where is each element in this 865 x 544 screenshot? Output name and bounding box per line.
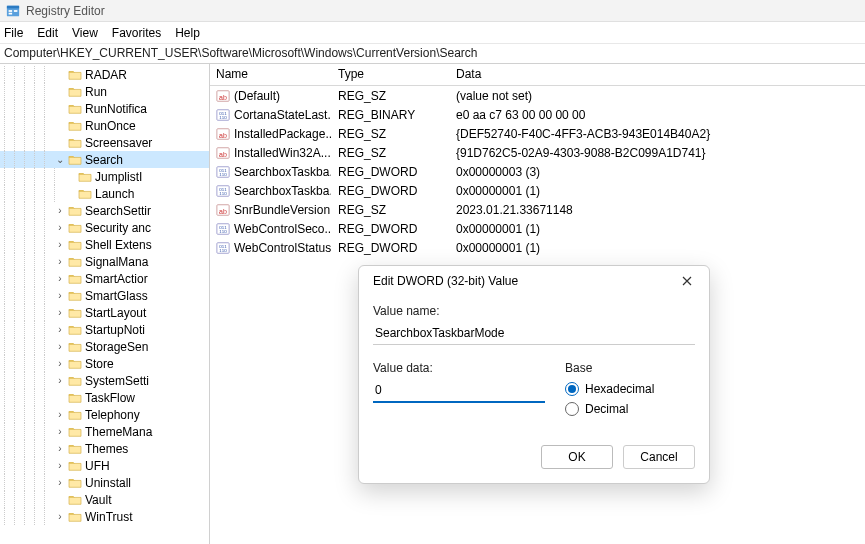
tree-expander-icon[interactable]: ›: [54, 256, 66, 267]
tree-expander-icon[interactable]: ⌄: [54, 154, 66, 165]
radio-hex-label: Hexadecimal: [585, 382, 654, 396]
tree-expander-icon[interactable]: ›: [54, 324, 66, 335]
menu-help[interactable]: Help: [175, 26, 200, 40]
tree-item-label: JumplistI: [95, 170, 142, 184]
tree-expander-icon[interactable]: ›: [54, 239, 66, 250]
svg-rect-2: [9, 10, 13, 12]
tree-expander-icon[interactable]: ›: [54, 358, 66, 369]
tree-item[interactable]: › StartupNoti: [0, 321, 209, 338]
tree-item-label: UFH: [85, 459, 110, 473]
value-name: (Default): [234, 89, 280, 103]
tree-item-label: Screensaver: [85, 136, 152, 150]
menu-view[interactable]: View: [72, 26, 98, 40]
tree-item[interactable]: › StorageSen: [0, 338, 209, 355]
svg-text:ab: ab: [219, 131, 227, 138]
value-type: REG_DWORD: [332, 165, 450, 179]
list-row[interactable]: 011 110 WebControlStatusREG_DWORD0x00000…: [210, 238, 865, 257]
list-header: Name Type Data: [210, 64, 865, 86]
tree-item[interactable]: › StartLayout: [0, 304, 209, 321]
col-header-name[interactable]: Name: [210, 64, 332, 85]
tree-item-label: TaskFlow: [85, 391, 135, 405]
tree-expander-icon[interactable]: ›: [54, 205, 66, 216]
tree-item[interactable]: RunOnce: [0, 117, 209, 134]
col-header-data[interactable]: Data: [450, 64, 865, 85]
svg-text:110: 110: [219, 172, 227, 177]
value-type: REG_BINARY: [332, 108, 450, 122]
radio-decimal[interactable]: Decimal: [565, 399, 695, 419]
tree-item[interactable]: Vault: [0, 491, 209, 508]
tree-expander-icon[interactable]: ›: [54, 443, 66, 454]
tree-item[interactable]: › Store: [0, 355, 209, 372]
tree-item[interactable]: › Uninstall: [0, 474, 209, 491]
tree-item-label: Telephony: [85, 408, 140, 422]
menu-file[interactable]: File: [4, 26, 23, 40]
address-bar[interactable]: Computer\HKEY_CURRENT_USER\Software\Micr…: [0, 44, 865, 64]
tree-item[interactable]: › SmartGlass: [0, 287, 209, 304]
menu-edit[interactable]: Edit: [37, 26, 58, 40]
value-data: 0x00000003 (3): [450, 165, 865, 179]
tree-item[interactable]: JumplistI: [0, 168, 209, 185]
tree-item-label: Launch: [95, 187, 134, 201]
tree-expander-icon[interactable]: ›: [54, 426, 66, 437]
tree-item[interactable]: › Shell Extens: [0, 236, 209, 253]
tree-pane[interactable]: RADAR Run RunNotifica RunOnce Screensave…: [0, 64, 210, 544]
tree-expander-icon[interactable]: ›: [54, 273, 66, 284]
tree-expander-icon[interactable]: ›: [54, 477, 66, 488]
radio-dec-label: Decimal: [585, 402, 628, 416]
tree-item-label: RunOnce: [85, 119, 136, 133]
tree-expander-icon[interactable]: ›: [54, 307, 66, 318]
tree-item[interactable]: › Security anc: [0, 219, 209, 236]
tree-item[interactable]: Run: [0, 83, 209, 100]
tree-item[interactable]: RADAR: [0, 66, 209, 83]
tree-expander-icon[interactable]: ›: [54, 375, 66, 386]
radio-hexadecimal[interactable]: Hexadecimal: [565, 379, 695, 399]
dialog-title: Edit DWORD (32-bit) Value: [373, 274, 518, 288]
tree-item[interactable]: Launch: [0, 185, 209, 202]
tree-item[interactable]: › SearchSettir: [0, 202, 209, 219]
tree-item[interactable]: › WinTrust: [0, 508, 209, 525]
ok-button[interactable]: OK: [541, 445, 613, 469]
cancel-button[interactable]: Cancel: [623, 445, 695, 469]
tree-item[interactable]: › SignalMana: [0, 253, 209, 270]
svg-text:ab: ab: [219, 93, 227, 100]
list-row[interactable]: ab SnrBundleVersionREG_SZ2023.01.21.3367…: [210, 200, 865, 219]
tree-item[interactable]: › ThemeMana: [0, 423, 209, 440]
list-row[interactable]: ab InstalledWin32A...REG_SZ{91D762C5-02A…: [210, 143, 865, 162]
list-row[interactable]: 011 110 SearchboxTaskba...REG_DWORD0x000…: [210, 181, 865, 200]
tree-item-label: SmartActior: [85, 272, 148, 286]
tree-expander-icon[interactable]: ›: [54, 409, 66, 420]
tree-item[interactable]: › UFH: [0, 457, 209, 474]
list-row[interactable]: 011 110 SearchboxTaskba...REG_DWORD0x000…: [210, 162, 865, 181]
tree-item[interactable]: › Telephony: [0, 406, 209, 423]
tree-item[interactable]: › Themes: [0, 440, 209, 457]
tree-item[interactable]: ⌄ Search: [0, 151, 209, 168]
dialog-titlebar[interactable]: Edit DWORD (32-bit) Value: [359, 266, 709, 296]
list-row[interactable]: 011 110 CortanaStateLast...REG_BINARYe0 …: [210, 105, 865, 124]
list-row[interactable]: ab InstalledPackage...REG_SZ{DEF52740-F4…: [210, 124, 865, 143]
tree-item[interactable]: RunNotifica: [0, 100, 209, 117]
value-data: 0x00000001 (1): [450, 241, 865, 255]
tree-item[interactable]: Screensaver: [0, 134, 209, 151]
value-name-field[interactable]: [373, 322, 695, 345]
window-title: Registry Editor: [26, 4, 105, 18]
value-type: REG_SZ: [332, 89, 450, 103]
list-row[interactable]: 011 110 WebControlSeco...REG_DWORD0x0000…: [210, 219, 865, 238]
tree-item[interactable]: TaskFlow: [0, 389, 209, 406]
edit-dword-dialog: Edit DWORD (32-bit) Value Value name: Va…: [358, 265, 710, 484]
value-data: {91D762C5-02A9-4303-9088-B2C099A1D741}: [450, 146, 865, 160]
menu-favorites[interactable]: Favorites: [112, 26, 161, 40]
tree-item[interactable]: › SystemSetti: [0, 372, 209, 389]
tree-item[interactable]: › SmartActior: [0, 270, 209, 287]
tree-expander-icon[interactable]: ›: [54, 511, 66, 522]
value-type: REG_DWORD: [332, 184, 450, 198]
tree-expander-icon[interactable]: ›: [54, 290, 66, 301]
tree-expander-icon[interactable]: ›: [54, 460, 66, 471]
svg-text:110: 110: [219, 248, 227, 253]
list-row[interactable]: ab (Default)REG_SZ(value not set): [210, 86, 865, 105]
value-data-field[interactable]: [373, 379, 545, 403]
tree-item-label: StorageSen: [85, 340, 148, 354]
tree-expander-icon[interactable]: ›: [54, 222, 66, 233]
close-icon[interactable]: [675, 269, 699, 293]
tree-expander-icon[interactable]: ›: [54, 341, 66, 352]
col-header-type[interactable]: Type: [332, 64, 450, 85]
